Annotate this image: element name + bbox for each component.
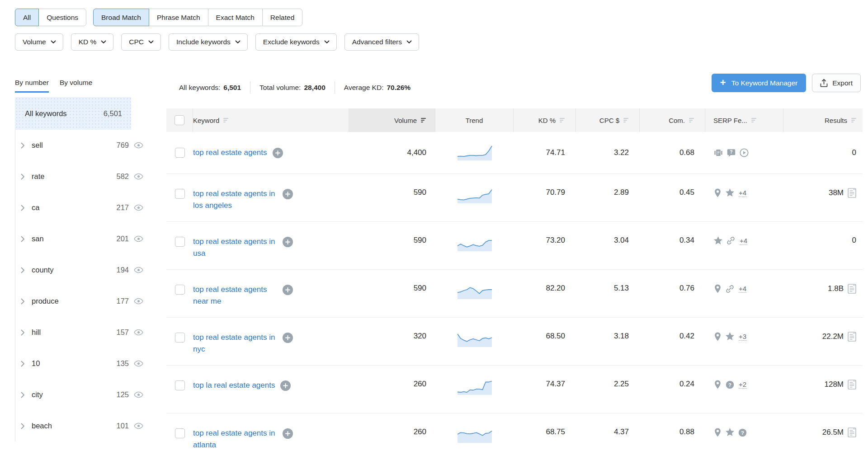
eye-toggle-icon[interactable]	[134, 422, 143, 429]
serp-features-more[interactable]: +3	[739, 333, 746, 341]
add-keyword-button[interactable]	[280, 380, 291, 391]
row-checkbox[interactable]	[175, 148, 185, 158]
column-header-results[interactable]: Results	[783, 108, 863, 132]
kd-cell: 68.75	[514, 413, 576, 460]
keyword-link[interactable]: top real estate agents in atlanta	[193, 427, 277, 451]
filter-dropdown-cpc[interactable]: CPC	[121, 33, 161, 51]
filter-tab-all[interactable]: All	[15, 9, 39, 26]
serp-features-more[interactable]: +4	[740, 237, 747, 245]
chevron-right-icon	[21, 361, 25, 367]
serp-features-more[interactable]: +2	[739, 380, 746, 389]
results-value: 128M	[824, 380, 844, 389]
add-keyword-button[interactable]	[283, 237, 293, 247]
row-select-cell	[166, 222, 193, 269]
filter-dropdown-exclude-keywords[interactable]: Exclude keywords	[255, 33, 337, 51]
add-keyword-button[interactable]	[283, 285, 293, 295]
results-page-icon[interactable]	[848, 188, 856, 198]
column-header-kd-[interactable]: KD %	[514, 108, 576, 132]
results-value: 0	[852, 236, 856, 245]
tab-by-volume[interactable]: By volume	[60, 79, 92, 93]
filter-tab-related[interactable]: Related	[262, 9, 302, 26]
results-value: 38M	[829, 188, 844, 197]
filter-tab-questions[interactable]: Questions	[38, 9, 86, 26]
filter-dropdown-include-keywords[interactable]: Include keywords	[169, 33, 248, 51]
table-row: top real estate agents near me59082.205.…	[166, 270, 863, 318]
results-page-icon[interactable]	[848, 380, 856, 390]
eye-toggle-icon[interactable]	[134, 142, 143, 149]
sidebar-group-sell[interactable]: sell769	[15, 130, 146, 161]
serp-features-more[interactable]: +4	[739, 285, 746, 293]
trend-cell	[435, 366, 514, 413]
tab-by-number[interactable]: By number	[15, 79, 49, 93]
sidebar-group-hill[interactable]: hill157	[15, 317, 146, 348]
eye-toggle-icon[interactable]	[134, 298, 143, 305]
keyword-link[interactable]: top real estate agents in los angeles	[193, 188, 277, 211]
eye-toggle-icon[interactable]	[134, 235, 143, 242]
table-row: top la real estate agents26074.372.250.2…	[166, 366, 863, 413]
row-checkbox[interactable]	[175, 189, 185, 199]
filter-tab-broad-match[interactable]: Broad Match	[93, 9, 149, 26]
sidebar-group-ca[interactable]: ca217	[15, 192, 146, 223]
add-keyword-button[interactable]	[283, 189, 293, 199]
row-checkbox[interactable]	[175, 285, 185, 295]
filter-tab-phrase-match[interactable]: Phrase Match	[149, 9, 208, 26]
add-keyword-button[interactable]	[273, 148, 283, 158]
filter-dropdown-kd-[interactable]: KD %	[71, 33, 114, 51]
trend-cell	[435, 318, 514, 365]
serp-features-more[interactable]: +4	[739, 189, 746, 197]
add-keyword-button[interactable]	[283, 333, 293, 343]
eye-toggle-icon[interactable]	[134, 360, 143, 367]
sidebar-group-rate[interactable]: rate582	[15, 161, 146, 192]
row-checkbox[interactable]	[175, 237, 185, 247]
eye-toggle-icon[interactable]	[134, 204, 143, 211]
sidebar-group-beach[interactable]: beach101	[15, 410, 146, 441]
column-header-volume[interactable]: Volume	[349, 108, 435, 132]
all-keywords-label: All keywords	[25, 109, 67, 118]
column-header-label: CPC $	[599, 117, 619, 124]
keyword-link[interactable]: top real estate agents in nyc	[193, 332, 277, 355]
sidebar-group-10[interactable]: 10135	[15, 348, 146, 379]
column-header-label: Volume	[394, 117, 417, 124]
export-button[interactable]: Export	[812, 74, 861, 92]
sidebar-group-produce[interactable]: produce177	[15, 286, 146, 317]
keyword-link[interactable]: top real estate agents near me	[193, 284, 277, 307]
sidebar-group-city[interactable]: city125	[15, 379, 146, 410]
eye-toggle-icon[interactable]	[134, 329, 143, 336]
news-carousel-icon	[713, 148, 723, 158]
to-keyword-manager-button[interactable]: + To Keyword Manager	[712, 74, 806, 92]
row-checkbox[interactable]	[175, 333, 185, 343]
volume-cell: 260	[349, 413, 435, 460]
eye-toggle-icon[interactable]	[134, 267, 143, 273]
eye-toggle-icon[interactable]	[134, 391, 143, 398]
sidebar-group-label: beach	[32, 422, 52, 430]
results-page-icon[interactable]	[848, 427, 856, 437]
keyword-groups-list: sell769rate582ca217san201county194produc…	[15, 130, 146, 441]
filter-dropdown-volume[interactable]: Volume	[15, 33, 63, 51]
column-header-serp-fe-[interactable]: SERP Fe...	[705, 108, 783, 132]
row-checkbox[interactable]	[175, 380, 185, 390]
add-keyword-button[interactable]	[283, 428, 293, 439]
sidebar-group-san[interactable]: san201	[15, 223, 146, 254]
match-type-filters: AllQuestions Broad MatchPhrase MatchExac…	[15, 9, 302, 26]
sidebar-group-label: city	[32, 390, 43, 399]
filter-tab-exact-match[interactable]: Exact Match	[208, 9, 263, 26]
sidebar-all-keywords[interactable]: All keywords 6,501	[15, 97, 131, 130]
keyword-link[interactable]: top real estate agents	[193, 147, 267, 159]
stat-total-volume-label: Total volume:	[259, 84, 301, 92]
filter-dropdown-advanced-filters[interactable]: Advanced filters	[344, 33, 419, 51]
results-page-icon[interactable]	[848, 332, 856, 342]
chevron-right-icon	[21, 236, 25, 242]
results-value: 1.8B	[828, 284, 844, 293]
chevron-down-icon	[235, 40, 241, 44]
keyword-link[interactable]: top la real estate agents	[193, 380, 275, 391]
select-all-checkbox[interactable]	[175, 115, 184, 125]
results-page-icon[interactable]	[848, 284, 856, 294]
sidebar-group-county[interactable]: county194	[15, 254, 146, 286]
keyword-link[interactable]: top real estate agents in usa	[193, 236, 277, 259]
svg-text:?: ?	[728, 382, 731, 387]
column-header-keyword[interactable]: Keyword	[193, 108, 349, 132]
row-checkbox[interactable]	[175, 428, 185, 438]
eye-toggle-icon[interactable]	[134, 173, 143, 180]
column-header-com-[interactable]: Com.	[640, 108, 705, 132]
column-header-cpc-[interactable]: CPC $	[576, 108, 640, 132]
